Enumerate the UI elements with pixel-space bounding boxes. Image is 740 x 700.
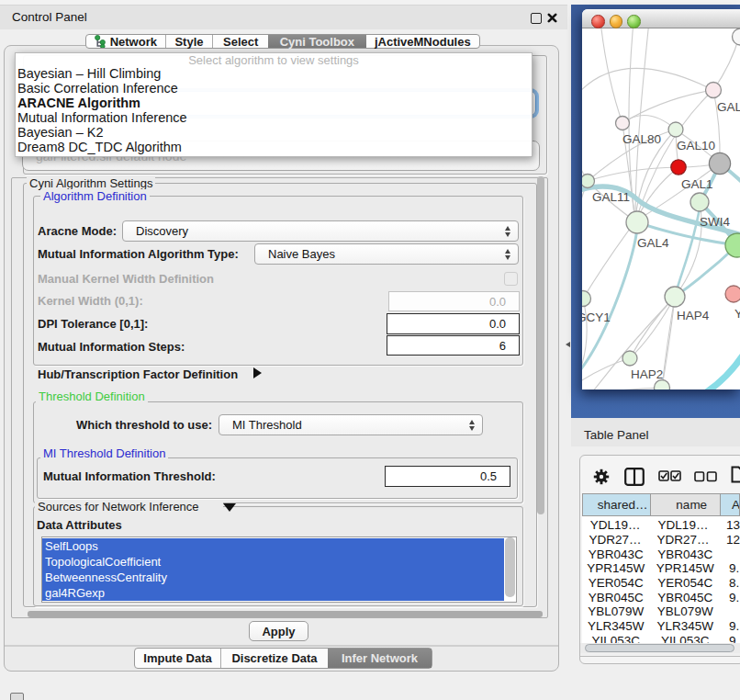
svg-text:GAL11: GAL11 — [592, 190, 630, 204]
svg-text:HAP2: HAP2 — [631, 367, 663, 381]
svg-text:SWI4: SWI4 — [700, 215, 730, 229]
svg-text:GCY1: GCY1 — [582, 310, 611, 324]
svg-text:GAL10: GAL10 — [677, 139, 715, 152]
svg-text:HAP4: HAP4 — [677, 309, 710, 322]
svg-text:GAL1: GAL1 — [681, 177, 713, 191]
svg-text:GAL7: GAL7 — [717, 100, 740, 114]
svg-text:GAL80: GAL80 — [622, 132, 661, 146]
svg-text:GAL4: GAL4 — [637, 236, 669, 250]
svg-text:YD: YD — [734, 307, 740, 321]
